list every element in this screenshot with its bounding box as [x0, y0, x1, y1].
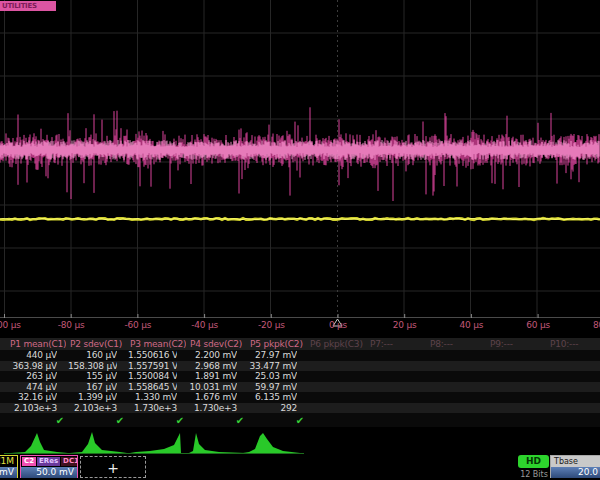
histogram-shape — [11, 433, 68, 454]
parameter-header-3[interactable]: P3 mean(C2) — [130, 339, 186, 349]
add-trace-dropzone[interactable]: + — [80, 456, 146, 478]
c2-scale-value: 50.0 mV — [21, 467, 77, 478]
time-axis-label: -100 µs — [0, 320, 21, 330]
histogram-shape — [70, 432, 127, 454]
measure-sdev-cell: 6.135 mV — [248, 392, 297, 402]
parameter-header-7[interactable]: P7:--- — [370, 339, 426, 349]
parameter-header-4[interactable]: P4 sdev(C2) — [190, 339, 246, 349]
time-axis-label: 80 µs — [593, 320, 600, 330]
measure-num-cell: 1.730e+3 — [128, 403, 177, 413]
histicon-p4[interactable] — [189, 430, 246, 454]
histicon-p5[interactable] — [243, 430, 300, 454]
time-axis-label: -80 µs — [58, 320, 85, 330]
parameter-header-8[interactable]: P8:--- — [430, 339, 486, 349]
c2-descriptor-box[interactable]: C2EResDC1M 50.0 mV — [20, 455, 78, 478]
measure-sdev-cell: 1.399 µV — [68, 392, 117, 402]
parameter-header-9[interactable]: P9:--- — [490, 339, 546, 349]
timebase-descriptor-box[interactable]: Tbase 20.0 µs/div — [550, 455, 600, 478]
measure-value-cell: 27.97 mV — [248, 350, 297, 360]
oscilloscope-screen: UTILITIES -100 µs-80 µs-60 µs-40 µs-20 µ… — [0, 0, 600, 480]
measure-num-cell: 1.730e+3 — [188, 403, 237, 413]
waveform-grid[interactable] — [0, 0, 600, 332]
time-axis-label: -40 µs — [191, 320, 218, 330]
measure-value-cell: 440 µV — [8, 350, 57, 360]
measure-min-cell: 1.891 mV — [188, 371, 237, 381]
histicon-p3[interactable] — [130, 430, 187, 454]
time-axis-label: 0 µs — [329, 320, 347, 330]
parameter-header-6[interactable]: P6 pkpk(C3) — [310, 339, 366, 349]
measure-max-cell: 167 µV — [68, 382, 117, 392]
measure-min-cell: 25.03 mV — [248, 371, 297, 381]
c1-coupling-label: DC1M — [0, 456, 17, 467]
measure-mean-cell: 33.477 mV — [248, 361, 297, 371]
histogram-shape — [243, 433, 300, 454]
timebase-value: 20.0 µs/div — [551, 467, 600, 478]
measure-mean-cell: 2.968 mV — [188, 361, 237, 371]
measure-mean-cell: 363.98 µV — [8, 361, 57, 371]
measure-value-cell: 160 µV — [68, 350, 117, 360]
histicon-p2[interactable] — [70, 430, 127, 454]
measure-min-cell: 263 µV — [8, 371, 57, 381]
measure-mean-cell: 158.308 µV — [68, 361, 117, 371]
measure-num-cell: 2.103e+3 — [68, 403, 117, 413]
plus-icon: + — [107, 460, 119, 476]
histicon-baseline — [4, 453, 304, 454]
measure-sdev-cell: 1.330 mV — [128, 392, 177, 402]
status-check-icon: ✔ — [128, 415, 184, 426]
time-axis-label: 20 µs — [393, 320, 417, 330]
parameter-header-2[interactable]: P2 sdev(C1) — [70, 339, 126, 349]
measure-max-cell: 10.031 mV — [188, 382, 237, 392]
measure-max-cell: 59.97 mV — [248, 382, 297, 392]
eres-badge: ERes — [37, 457, 60, 466]
measure-max-cell: 474 µV — [8, 382, 57, 392]
measure-max-cell: 1.558645 V — [128, 382, 177, 392]
timebase-label: Tbase — [551, 456, 600, 467]
hd-mode-badge: HD — [518, 455, 549, 468]
top-left-status-label: UTILITIES — [0, 1, 56, 11]
status-check-icon: ✔ — [8, 415, 64, 426]
hd-bits-label: 12 Bits — [514, 470, 554, 479]
measure-value-cell: 2.200 mV — [188, 350, 237, 360]
parameter-header-5[interactable]: P5 pkpk(C2) — [250, 339, 306, 349]
measure-value-cell: 1.550616 V — [128, 350, 177, 360]
measure-sdev-cell: 32.16 µV — [8, 392, 57, 402]
measure-mean-cell: 1.557591 V — [128, 361, 177, 371]
measure-min-cell: 1.550084 V — [128, 371, 177, 381]
parameter-header-10[interactable]: P10:--- — [550, 339, 600, 349]
status-check-icon: ✔ — [188, 415, 244, 426]
histogram-shape — [130, 433, 187, 454]
c2-coupling-label: DC1M — [61, 457, 77, 466]
histicon-p1[interactable] — [11, 430, 68, 454]
time-axis-label: 60 µs — [526, 320, 550, 330]
time-axis-label: 40 µs — [460, 320, 484, 330]
measure-sdev-cell: 1.676 mV — [188, 392, 237, 402]
measure-min-cell: 155 µV — [68, 371, 117, 381]
c1-descriptor-box[interactable]: DC1M 10.0 mV — [0, 455, 18, 478]
time-axis-label: -20 µs — [258, 320, 285, 330]
c1-scale-value: 10.0 mV — [0, 467, 17, 478]
c2-channel-badge: C2 — [22, 457, 36, 466]
status-check-icon: ✔ — [68, 415, 124, 426]
status-check-icon: ✔ — [248, 415, 304, 426]
measure-num-cell: 2.103e+3 — [8, 403, 57, 413]
time-axis-label: -60 µs — [125, 320, 152, 330]
histogram-shape — [189, 433, 246, 454]
parameter-header-1[interactable]: P1 mean(C1) — [10, 339, 66, 349]
measure-num-cell: 292 — [248, 403, 297, 413]
